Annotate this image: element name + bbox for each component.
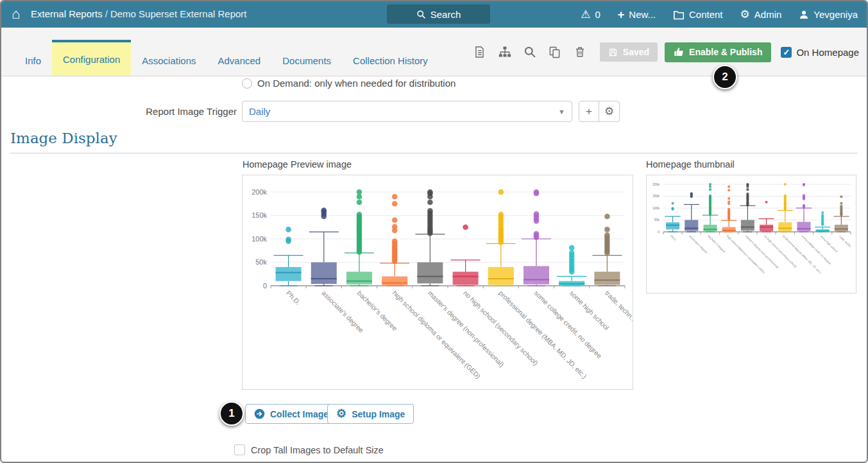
preview-image-label: Homepage Preview image [243, 159, 352, 170]
folder-icon [673, 10, 685, 20]
on-demand-radio[interactable] [242, 78, 252, 89]
trigger-actions: + ⚙ [579, 101, 620, 122]
document-icon[interactable] [472, 44, 488, 60]
annotation-step-1: 1 [219, 401, 244, 426]
svg-text:100k: 100k [251, 235, 267, 243]
svg-text:Ph.D.: Ph.D. [285, 289, 302, 306]
alert-warning-icon: ⚠ [581, 9, 590, 20]
nav-alerts[interactable]: ⚠ 0 [581, 9, 600, 20]
svg-text:associate's degree: associate's degree [688, 234, 708, 254]
app-window: ⌂ External Reports/Demo Superset Externa… [0, 0, 868, 463]
on-demand-option: On Demand: only when needed for distribu… [242, 78, 455, 89]
report-image-trigger-select[interactable]: Daily ▼ [242, 101, 572, 122]
enable-publish-button[interactable]: Enable & Publish [665, 42, 771, 62]
homepage-preview-chart: 050k100k150k200kPh.D.associate's degreeb… [243, 175, 633, 389]
breadcrumb: External Reports/Demo Superset External … [31, 8, 247, 19]
tab-info[interactable]: Info [14, 42, 52, 76]
thumbs-up-icon [674, 47, 684, 57]
nav-user-label: Yevgeniya [813, 9, 858, 20]
breadcrumb-page: Demo Superset External Report [110, 8, 247, 19]
tab-associations[interactable]: Associations [131, 42, 207, 76]
on-demand-label: On Demand: only when needed for distribu… [257, 78, 455, 89]
saved-button[interactable]: Saved [600, 42, 658, 62]
record-toolbar: Saved Enable & Publish ✓ On Homepage [472, 28, 859, 76]
tab-documents[interactable]: Documents [271, 42, 342, 76]
setup-image-button[interactable]: ⚙ Setup Image [327, 404, 414, 424]
tabs: Info Configuration Associations Advanced… [14, 40, 439, 76]
top-header-bar: ⌂ External Reports/Demo Superset Externa… [1, 1, 867, 28]
crop-images-checkbox[interactable] [234, 444, 245, 455]
nav-content[interactable]: Content [673, 9, 723, 20]
homepage-thumbnail-panel: 050k100k150k200kPh.D.associate's degreeb… [646, 175, 856, 293]
nav-user[interactable]: Yevgeniya [799, 9, 858, 20]
collect-image-button[interactable]: Collect Image [245, 404, 337, 424]
plus-icon: + [618, 10, 625, 20]
alerts-count: 0 [595, 9, 600, 20]
add-trigger-button[interactable]: + [579, 101, 599, 122]
svg-text:master's degree (non-professio: master's degree (non-professional) [745, 234, 779, 269]
report-image-trigger-value: Daily [249, 106, 270, 117]
svg-text:0: 0 [658, 230, 660, 234]
svg-text:0: 0 [263, 282, 267, 290]
header-nav: ⚠ 0 + New... Content ⚙ Admin Yevgeniya [581, 1, 858, 28]
check-icon: ✓ [783, 48, 790, 57]
magnifier-icon[interactable] [522, 44, 538, 60]
nav-new[interactable]: + New... [618, 9, 656, 20]
crop-images-field: Crop Tall Images to Default Size [234, 444, 384, 455]
breadcrumb-section[interactable]: External Reports [31, 8, 103, 19]
search-icon [416, 10, 426, 19]
search-button[interactable]: Search [387, 4, 490, 24]
arrow-right-circle-icon [254, 408, 265, 419]
user-icon [799, 10, 809, 20]
tab-bar: Info Configuration Associations Advanced… [1, 28, 867, 76]
on-homepage-label: On Homepage [796, 47, 859, 58]
on-homepage-field: ✓ On Homepage [781, 47, 859, 58]
nav-admin-label: Admin [754, 9, 782, 20]
svg-text:200k: 200k [251, 188, 267, 196]
home-icon[interactable]: ⌂ [12, 6, 20, 22]
plus-icon: + [586, 105, 592, 118]
gear-icon: ⚙ [336, 408, 346, 419]
collect-image-label: Collect Image [270, 409, 328, 419]
homepage-preview-panel: 050k100k150k200kPh.D.associate's degreeb… [242, 175, 633, 390]
save-floppy-icon [608, 48, 618, 57]
tab-advanced[interactable]: Advanced [207, 42, 271, 76]
report-image-trigger-label: Report Image Trigger [1, 106, 237, 117]
chevron-down-icon: ▼ [558, 108, 565, 116]
svg-text:professional degree (MBA, MD,: professional degree (MBA, MD, JD, etc.) [782, 234, 822, 274]
svg-text:100k: 100k [652, 206, 660, 210]
svg-text:trade, techn...: trade, techn... [604, 289, 633, 324]
svg-text:bachelor's degree: bachelor's degree [707, 234, 726, 254]
svg-text:150k: 150k [652, 194, 660, 198]
svg-text:high school diploma or equival: high school diploma or equivalent (GED) [726, 234, 765, 274]
gear-icon: ⚙ [740, 9, 750, 20]
saved-button-label: Saved [623, 47, 649, 57]
svg-text:no high school (secondary scho: no high school (secondary school) [763, 234, 797, 268]
svg-text:master's degree (non-professio: master's degree (non-professional) [427, 289, 506, 368]
svg-text:some high school: some high school [819, 234, 838, 253]
trash-icon[interactable] [572, 44, 588, 60]
nav-new-label: New... [629, 9, 656, 20]
nav-admin[interactable]: ⚙ Admin [740, 9, 782, 20]
annotation-step-2: 2 [713, 65, 737, 89]
on-homepage-checkbox[interactable]: ✓ [781, 47, 792, 58]
tab-collection-history[interactable]: Collection History [342, 42, 439, 76]
copy-icon[interactable] [547, 44, 563, 60]
search-button-label: Search [430, 9, 461, 20]
sitemap-icon[interactable] [497, 44, 513, 60]
svg-text:50k: 50k [255, 258, 267, 266]
svg-text:some college credit, no degree: some college credit, no degree [533, 289, 604, 360]
homepage-thumbnail-chart: 050k100k150k200kPh.D.associate's degreeb… [647, 175, 856, 293]
crop-images-label: Crop Tall Images to Default Size [251, 445, 384, 455]
thumbnail-label: Homepage thumbnail [646, 159, 735, 170]
svg-text:200k: 200k [652, 182, 660, 186]
tab-configuration[interactable]: Configuration [52, 40, 131, 76]
section-divider [10, 153, 858, 153]
enable-publish-label: Enable & Publish [689, 47, 762, 57]
svg-text:no high school (secondary scho: no high school (secondary school) [462, 289, 540, 367]
trigger-settings-button[interactable]: ⚙ [599, 101, 620, 122]
gear-icon: ⚙ [604, 106, 614, 117]
svg-text:Ph.D.: Ph.D. [670, 234, 677, 242]
setup-image-label: Setup Image [352, 409, 405, 419]
section-title: Image Display [10, 130, 117, 146]
